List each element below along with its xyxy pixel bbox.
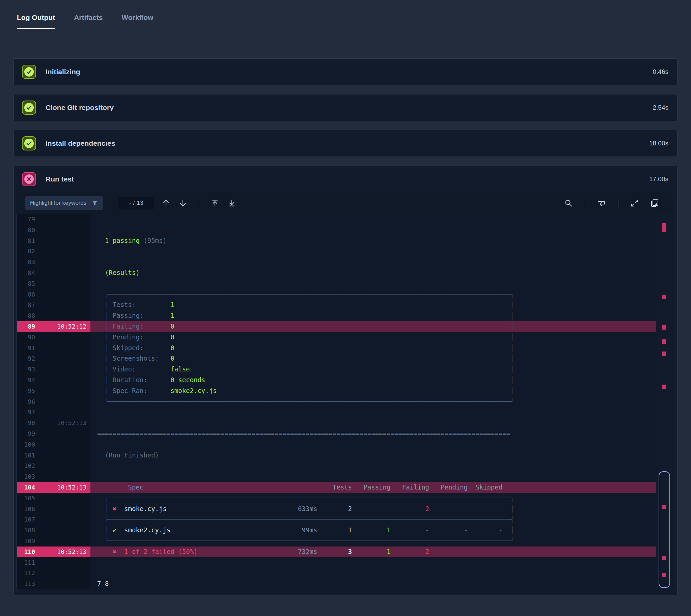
minimap-marker[interactable] bbox=[662, 339, 666, 344]
line-number[interactable]: 99 bbox=[17, 428, 40, 439]
log-minimap-scrollbar[interactable] bbox=[656, 214, 673, 591]
line-number[interactable]: 102 bbox=[17, 461, 40, 471]
line-timestamp bbox=[40, 225, 90, 236]
line-number[interactable]: 93 bbox=[17, 364, 40, 375]
log-line: 112 bbox=[17, 568, 656, 578]
scroll-top-icon bbox=[211, 199, 219, 207]
log-line-text bbox=[90, 225, 656, 236]
scroll-to-top-button[interactable] bbox=[209, 197, 221, 209]
line-timestamp bbox=[40, 578, 90, 589]
line-number[interactable]: 109 bbox=[17, 536, 40, 547]
line-number[interactable]: 101 bbox=[17, 450, 40, 461]
keyword-highlight-input[interactable]: Highlight for keywords bbox=[25, 196, 103, 210]
log-line-text bbox=[90, 418, 656, 428]
line-number[interactable]: 111 bbox=[17, 557, 40, 568]
minimap-marker[interactable] bbox=[662, 223, 666, 232]
line-timestamp bbox=[40, 267, 90, 278]
line-number[interactable]: 97 bbox=[17, 407, 40, 418]
line-number[interactable]: 106 bbox=[17, 504, 40, 514]
search-log-button[interactable] bbox=[562, 197, 575, 209]
arrow-down-icon bbox=[179, 199, 187, 207]
line-number[interactable]: 88 bbox=[17, 310, 40, 321]
log-line-text bbox=[90, 214, 656, 225]
line-number[interactable]: 85 bbox=[17, 278, 40, 289]
line-timestamp bbox=[40, 386, 90, 396]
keyword-highlight-placeholder: Highlight for keywords bbox=[30, 200, 86, 206]
step-card-initializing[interactable]: Initializing 0.46s bbox=[14, 58, 677, 85]
log-line: 103 bbox=[17, 471, 656, 482]
log-line-text: │ ✔ smoke2.cy.js 99ms 1 1 - - - │ bbox=[90, 525, 656, 536]
copy-icon bbox=[650, 199, 659, 207]
line-timestamp bbox=[40, 300, 90, 310]
line-number[interactable]: 96 bbox=[17, 396, 40, 407]
line-number[interactable]: 107 bbox=[17, 514, 40, 525]
minimap-marker[interactable] bbox=[662, 295, 666, 299]
log-line-text bbox=[90, 407, 656, 418]
log-line: 108 │ ✔ smoke2.cy.js 99ms 1 1 - - - │ bbox=[17, 525, 656, 536]
next-match-button[interactable] bbox=[177, 197, 189, 209]
step-duration: 0.46s bbox=[653, 68, 668, 75]
scrollbar-thumb[interactable] bbox=[658, 471, 670, 588]
log-line-text: │ Duration: 0 seconds │ bbox=[90, 375, 656, 386]
line-number[interactable]: 86 bbox=[17, 289, 40, 300]
line-number[interactable]: 112 bbox=[17, 568, 40, 578]
tab-log-output[interactable]: Log Output bbox=[17, 14, 55, 29]
line-number[interactable]: 91 bbox=[17, 343, 40, 354]
line-timestamp bbox=[40, 246, 90, 257]
line-number[interactable]: 84 bbox=[17, 267, 40, 278]
line-number[interactable]: 104 bbox=[17, 482, 40, 493]
line-number[interactable]: 83 bbox=[17, 257, 40, 267]
line-number[interactable]: 113 bbox=[17, 578, 40, 589]
expand-fullscreen-button[interactable] bbox=[629, 197, 641, 209]
line-number[interactable]: 82 bbox=[17, 246, 40, 257]
step-duration: 17.00s bbox=[649, 175, 668, 183]
log-line-text: │ Screenshots: 0 │ bbox=[90, 353, 656, 364]
minimap-marker[interactable] bbox=[662, 384, 666, 389]
log-lines[interactable]: 798081 1 passing (95ms)828384 (Results)8… bbox=[17, 214, 656, 591]
previous-match-button[interactable] bbox=[160, 197, 172, 209]
line-timestamp bbox=[40, 364, 90, 375]
line-timestamp bbox=[40, 310, 90, 321]
tab-artifacts[interactable]: Artifacts bbox=[74, 14, 103, 29]
log-line: 88 │ Passing: 1 │ bbox=[17, 310, 656, 321]
line-timestamp bbox=[40, 493, 90, 504]
log-line: 96 └────────────────────────────────────… bbox=[17, 396, 656, 407]
step-card-install-deps[interactable]: Install dependencies 18.00s bbox=[14, 130, 677, 157]
line-number[interactable]: 81 bbox=[17, 236, 40, 246]
log-line: 86 ┌────────────────────────────────────… bbox=[17, 289, 656, 300]
line-number[interactable]: 110 bbox=[17, 547, 40, 557]
line-number[interactable]: 94 bbox=[17, 375, 40, 386]
minimap-marker[interactable] bbox=[662, 325, 666, 330]
log-line: 91 │ Skipped: 0 │ bbox=[17, 343, 656, 354]
minimap-marker[interactable] bbox=[662, 352, 666, 356]
line-number[interactable]: 79 bbox=[17, 214, 40, 225]
step-duration: 18.00s bbox=[649, 140, 668, 147]
line-number[interactable]: 92 bbox=[17, 353, 40, 364]
line-timestamp bbox=[40, 471, 90, 482]
line-number[interactable]: 100 bbox=[17, 439, 40, 450]
line-number[interactable]: 80 bbox=[17, 225, 40, 236]
line-number[interactable]: 95 bbox=[17, 386, 40, 396]
line-number[interactable]: 98 bbox=[17, 418, 40, 428]
line-number[interactable]: 105 bbox=[17, 493, 40, 504]
line-number[interactable]: 90 bbox=[17, 332, 40, 343]
wrap-lines-button[interactable] bbox=[595, 197, 608, 209]
line-number[interactable]: 87 bbox=[17, 300, 40, 310]
line-number[interactable]: 103 bbox=[17, 471, 40, 482]
step-title: Run test bbox=[46, 175, 74, 183]
line-number[interactable]: 89 bbox=[17, 321, 40, 332]
line-number[interactable]: 108 bbox=[17, 525, 40, 536]
scroll-to-bottom-button[interactable] bbox=[226, 197, 238, 209]
step-title: Install dependencies bbox=[46, 139, 115, 148]
line-timestamp bbox=[40, 461, 90, 471]
step-card-clone-git[interactable]: Clone Git repository 2.54s bbox=[14, 94, 677, 121]
line-timestamp bbox=[40, 557, 90, 568]
tab-bar: Log Output Artifacts Workflow bbox=[0, 0, 691, 29]
tab-workflow[interactable]: Workflow bbox=[122, 14, 153, 29]
toolbar-divider bbox=[111, 199, 111, 207]
log-line: 10410:52:13 Spec Tests Passing Failing P… bbox=[17, 482, 656, 493]
toolbar-divider bbox=[199, 199, 199, 207]
step-header[interactable]: Run test 17.00s bbox=[14, 166, 677, 192]
copy-log-button[interactable] bbox=[648, 197, 661, 210]
expand-icon bbox=[631, 199, 639, 207]
